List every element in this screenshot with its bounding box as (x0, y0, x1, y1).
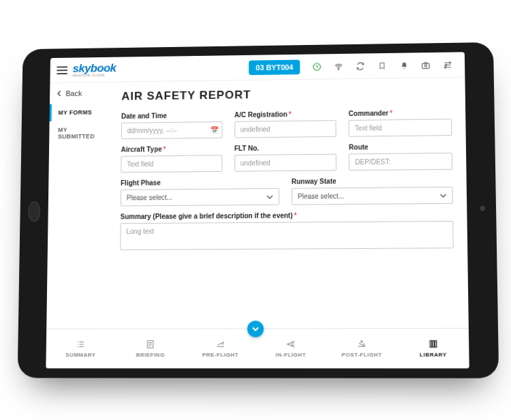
label-summary: Summary (Please give a brief description… (121, 212, 293, 221)
logo-sub: AVIATION CLOUD (73, 73, 117, 77)
app-screen: skybook AVIATION CLOUD 03 BYT004 (46, 52, 469, 368)
bell-icon[interactable] (399, 61, 409, 70)
refresh-circle-icon[interactable] (312, 62, 322, 72)
field-date-time: Date and Time 📅 (121, 111, 222, 139)
select-flight-phase[interactable]: Please select... (121, 188, 279, 207)
svg-rect-11 (435, 341, 437, 348)
label-date-time: Date and Time (121, 111, 222, 119)
svg-point-1 (338, 68, 339, 69)
field-ac-reg: A/C Registration* (234, 110, 337, 138)
svg-point-3 (424, 64, 427, 66)
label-flight-phase: Flight Phase (121, 178, 279, 187)
sliders-icon[interactable] (443, 60, 452, 70)
tab-library[interactable]: LIBRARY (397, 329, 469, 368)
field-flight-phase: Flight Phase Please select... (121, 178, 279, 206)
back-button[interactable]: Back (50, 82, 111, 104)
field-route: Route (349, 142, 452, 170)
library-icon (427, 339, 439, 348)
tablet-frame: skybook AVIATION CLOUD 03 BYT004 (18, 42, 499, 378)
svg-point-4 (449, 61, 450, 63)
tab-pre-flight[interactable]: PRE-FLIGHT (185, 329, 256, 368)
label-route: Route (349, 142, 452, 151)
input-route[interactable] (349, 153, 452, 170)
tab-post-flight[interactable]: POST-FLIGHT (326, 329, 398, 368)
sidebar: Back MY FORMS MY SUBMITTED (46, 82, 111, 329)
document-icon (146, 340, 155, 349)
camera-icon[interactable] (421, 60, 431, 70)
menu-icon[interactable] (57, 66, 67, 74)
list-icon (76, 340, 87, 349)
svg-rect-10 (432, 341, 434, 348)
chevron-down-icon (439, 193, 446, 197)
label-ac-type: Aircraft Type (121, 145, 162, 153)
arrival-icon (356, 339, 367, 348)
field-ac-type: Aircraft Type* (121, 145, 222, 172)
form-main: AIR SAFETY REPORT Date and Time 📅 A/C Re… (108, 78, 469, 329)
sync-icon[interactable] (356, 61, 365, 71)
label-runway-state: Runway State (292, 177, 453, 185)
front-camera (480, 206, 485, 211)
plane-icon (285, 340, 296, 349)
field-summary: Summary (Please give a brief description… (120, 211, 454, 253)
label-ac-reg: A/C Registration (234, 110, 288, 119)
body: Back MY FORMS MY SUBMITTED AIR SAFETY RE… (46, 78, 469, 329)
home-button[interactable] (28, 202, 40, 222)
flight-badge[interactable]: 03 BYT004 (249, 59, 300, 75)
sidebar-item-my-submitted[interactable]: MY SUBMITTED (49, 121, 110, 145)
chevron-down-icon (266, 194, 273, 198)
field-runway-state: Runway State Please select... (292, 177, 453, 205)
tab-summary[interactable]: SUMMARY (46, 329, 115, 368)
topbar-icons (312, 60, 452, 72)
select-runway-state[interactable]: Please select... (292, 187, 453, 205)
footer-tabs: SUMMARY BRIEFING PRE-FLIGHT IN-FLIGHT (46, 328, 469, 368)
form-title: AIR SAFETY REPORT (121, 86, 451, 104)
label-commander: Commander (349, 109, 389, 117)
calendar-icon[interactable]: 📅 (210, 126, 218, 134)
field-flt-no: FLT No. (234, 144, 337, 172)
svg-point-8 (361, 341, 362, 342)
input-flt-no[interactable] (234, 154, 337, 172)
label-flt-no: FLT No. (234, 144, 337, 152)
sidebar-item-my-forms[interactable]: MY FORMS (50, 104, 111, 121)
app-logo[interactable]: skybook AVIATION CLOUD (73, 62, 117, 77)
expand-button[interactable] (247, 320, 264, 337)
bookmark-icon[interactable] (377, 61, 387, 70)
input-ac-type[interactable] (121, 155, 222, 172)
input-ac-reg[interactable] (234, 120, 337, 138)
tab-in-flight[interactable]: IN-FLIGHT (256, 329, 326, 368)
departure-icon (215, 340, 226, 349)
field-commander: Commander* (349, 108, 452, 136)
svg-point-6 (444, 66, 446, 68)
chevron-down-icon (252, 327, 259, 331)
input-date-time[interactable] (121, 121, 222, 139)
logo-name: skybook (73, 62, 117, 74)
svg-rect-9 (430, 341, 432, 348)
input-commander[interactable] (349, 119, 452, 136)
back-label: Back (65, 89, 82, 97)
input-summary[interactable] (120, 221, 454, 250)
wifi-icon[interactable] (334, 61, 343, 71)
tab-briefing[interactable]: BRIEFING (115, 329, 185, 369)
svg-rect-2 (422, 63, 430, 68)
